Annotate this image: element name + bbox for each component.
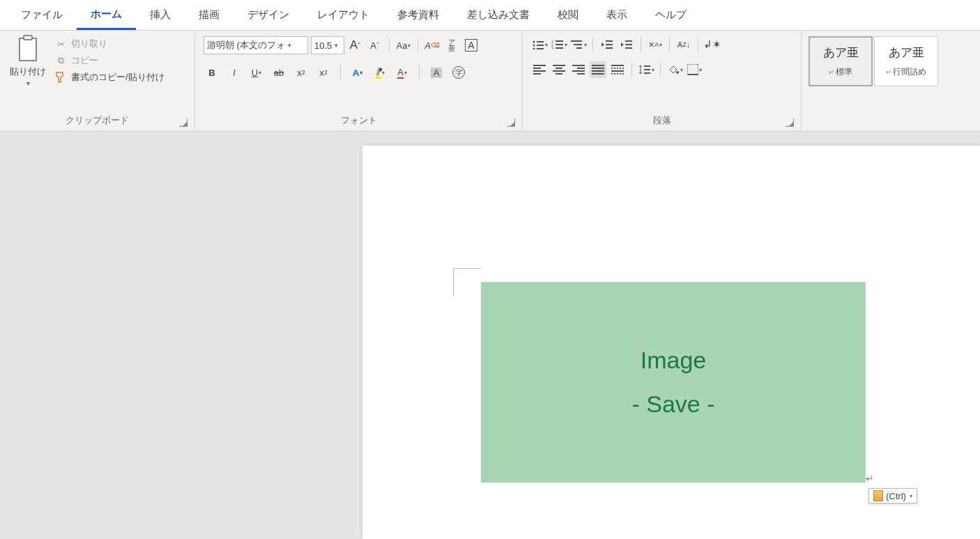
change-case-button[interactable]: Aa▾ [395, 37, 412, 54]
numbering-button[interactable]: 123▾ [551, 36, 567, 53]
highlight-button[interactable]: ⁋▾ [372, 64, 388, 81]
show-marks-button[interactable]: ↲✶ [704, 36, 721, 53]
svg-rect-5 [537, 48, 544, 49]
group-label-clipboard: クリップボード [4, 111, 190, 131]
style-sample: あア亜 [889, 45, 924, 61]
image-text-line2: - Save - [631, 391, 714, 418]
enclose-characters-button[interactable]: 字 [450, 64, 467, 81]
svg-rect-19 [625, 44, 632, 45]
dialog-launcher-icon[interactable] [179, 118, 187, 127]
tab-file[interactable]: ファイル [7, 1, 77, 29]
character-shading-button[interactable]: A [428, 64, 445, 81]
svg-rect-13 [574, 44, 582, 45]
font-size-value: 10.5 [314, 40, 332, 51]
tab-draw[interactable]: 描画 [185, 1, 233, 29]
align-justify-button[interactable] [590, 61, 606, 78]
tab-home[interactable]: ホーム [77, 1, 136, 30]
subscript-button[interactable]: x2 [293, 64, 309, 81]
copy-label: コピー [71, 54, 98, 67]
cut-button[interactable]: ✂ 切り取り [54, 38, 164, 50]
font-color-button[interactable]: A▾ [394, 64, 411, 81]
group-styles: あア亜 ↵標準 あア亜 ↵行間詰め [802, 31, 945, 131]
chevron-down-icon: ▾ [910, 493, 912, 499]
copy-button[interactable]: ⧉ コピー [54, 54, 164, 67]
bold-button[interactable]: B [204, 64, 220, 81]
image-text-line1: Image [641, 347, 707, 374]
svg-point-0 [533, 41, 535, 43]
group-paragraph: ▾ 123▾ ▾ ✕A▾ AZ↓ [523, 31, 802, 131]
clipboard-icon [15, 35, 41, 64]
document-canvas[interactable]: Image - Save - ↵ (Ctrl) ▾ Ctrl+Vで貼り付け [0, 132, 980, 539]
align-center-button[interactable] [551, 61, 567, 78]
svg-rect-23 [644, 72, 650, 74]
format-painter-button[interactable]: 書式のコピー/貼り付け [54, 71, 164, 84]
clear-formatting-button[interactable]: A⌫ [424, 37, 441, 54]
svg-rect-9 [556, 44, 563, 45]
text-effects-button[interactable]: A▾ [349, 64, 366, 81]
svg-rect-17 [606, 47, 613, 49]
shading-button[interactable]: ▾ [666, 61, 683, 78]
chevron-down-icon[interactable]: ▾ [26, 79, 30, 87]
distribute-button[interactable] [609, 61, 626, 78]
group-font: 游明朝 (本文のフォ▾ 10.5▾ A˄ A˅ Aa▾ A⌫ ア亜 A B I … [195, 31, 523, 131]
page[interactable]: Image - Save - ↵ (Ctrl) ▾ [362, 146, 980, 539]
svg-rect-3 [537, 45, 544, 46]
svg-rect-15 [606, 40, 613, 42]
tab-design[interactable]: デザイン [233, 1, 303, 29]
tab-layout[interactable]: レイアウト [303, 1, 383, 29]
style-normal[interactable]: あア亜 ↵標準 [809, 36, 873, 86]
ribbon-tabs: ファイル ホーム 挿入 描画 デザイン レイアウト 参考資料 差し込み文書 校閲… [0, 0, 980, 31]
grow-font-button[interactable]: A˄ [347, 37, 364, 54]
strikethrough-button[interactable]: ab [270, 64, 287, 81]
paste-button[interactable]: 貼り付け ▾ [4, 33, 52, 111]
superscript-button[interactable]: x2 [315, 64, 332, 81]
dialog-launcher-icon[interactable] [507, 118, 515, 127]
svg-point-4 [533, 48, 535, 50]
style-name: ↵標準 [829, 66, 852, 78]
line-spacing-button[interactable]: ▾ [638, 61, 654, 78]
clipboard-small-icon [873, 490, 883, 501]
svg-rect-12 [571, 40, 582, 42]
underline-button[interactable]: U▾ [248, 64, 265, 81]
svg-rect-20 [625, 47, 632, 49]
phonetic-guide-button[interactable]: ア亜 [443, 37, 460, 54]
style-no-spacing[interactable]: あア亜 ↵行間詰め [874, 36, 938, 86]
align-right-button[interactable] [570, 61, 587, 78]
group-label-font: フォント [199, 111, 518, 131]
svg-rect-16 [606, 44, 613, 45]
ribbon: 貼り付け ▾ ✂ 切り取り ⧉ コピー 書式のコピー/貼り付け [0, 31, 980, 132]
font-name-select[interactable]: 游明朝 (本文のフォ▾ [204, 36, 308, 54]
decrease-indent-button[interactable] [599, 36, 615, 53]
style-sample: あア亜 [823, 45, 859, 61]
paragraph-mark-icon: ↵ [866, 473, 874, 484]
svg-point-24 [676, 71, 679, 74]
sort-button[interactable]: AZ↓ [675, 36, 692, 53]
tab-review[interactable]: 校閲 [544, 1, 592, 29]
align-left-button[interactable] [531, 61, 548, 78]
svg-point-2 [533, 45, 535, 47]
paste-label: 貼り付け [10, 65, 46, 78]
font-size-select[interactable]: 10.5▾ [311, 36, 344, 54]
shrink-font-button[interactable]: A˅ [367, 37, 383, 54]
multilevel-list-button[interactable]: ▾ [570, 36, 587, 53]
group-label-paragraph: 段落 [527, 111, 797, 131]
italic-button[interactable]: I [226, 64, 243, 81]
character-border-button[interactable]: A [463, 37, 480, 54]
paintbrush-icon [54, 71, 67, 84]
cut-label: 切り取り [71, 38, 107, 50]
group-clipboard: 貼り付け ▾ ✂ 切り取り ⧉ コピー 書式のコピー/貼り付け [0, 31, 195, 131]
borders-button[interactable]: ▾ [686, 61, 703, 78]
tab-insert[interactable]: 挿入 [136, 1, 185, 29]
bullets-button[interactable]: ▾ [531, 36, 548, 53]
increase-indent-button[interactable] [618, 36, 635, 53]
text-direction-button[interactable]: ✕A▾ [647, 36, 664, 53]
tab-mailings[interactable]: 差し込み文書 [453, 1, 544, 29]
svg-rect-14 [576, 47, 582, 49]
tab-help[interactable]: ヘルプ [641, 1, 700, 29]
tab-references[interactable]: 参考資料 [383, 1, 453, 29]
dialog-launcher-icon[interactable] [786, 118, 794, 127]
tab-view[interactable]: 表示 [592, 1, 641, 29]
paste-options-button[interactable]: (Ctrl) ▾ [868, 488, 917, 503]
pasted-image[interactable]: Image - Save - [481, 282, 866, 483]
paste-options-label: (Ctrl) [886, 491, 906, 501]
